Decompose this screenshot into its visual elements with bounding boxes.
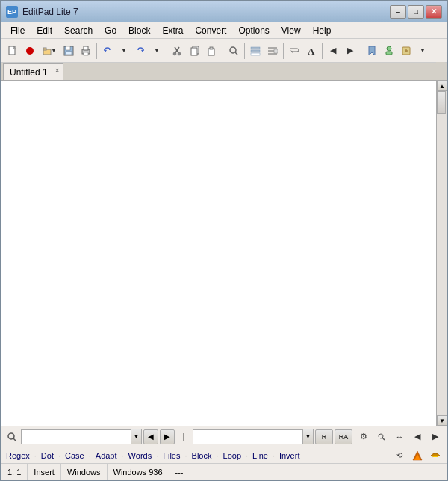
menu-help[interactable]: Help: [307, 24, 337, 37]
menu-go[interactable]: Go: [99, 24, 122, 37]
tab-close-button[interactable]: ×: [55, 66, 60, 75]
document-tab[interactable]: Untitled 1 ×: [3, 63, 63, 80]
svg-point-36: [8, 433, 14, 439]
regex-fox-icon[interactable]: [409, 447, 426, 464]
extra-button1[interactable]: [381, 43, 397, 59]
separator-7: [361, 43, 361, 59]
title-bar-buttons: – □ ✕: [390, 5, 442, 19]
prev-tab-button[interactable]: ◀: [325, 43, 341, 59]
search-prev-button[interactable]: ◀: [143, 429, 158, 444]
svg-point-14: [178, 52, 181, 55]
title-bar: EP EditPad Lite 7 – □ ✕: [1, 1, 447, 22]
svg-rect-5: [66, 52, 72, 55]
status-mode: Insert: [28, 464, 61, 480]
search-settings-button[interactable]: ⚙: [355, 429, 372, 445]
menu-search[interactable]: Search: [58, 24, 99, 37]
regex-files[interactable]: Files: [161, 450, 181, 461]
replace-input[interactable]: [193, 430, 302, 444]
regex-words[interactable]: Words: [127, 450, 154, 461]
extra-arrow-button[interactable]: ▼: [415, 43, 430, 59]
print-button[interactable]: [78, 43, 94, 59]
paste-button[interactable]: [204, 43, 220, 59]
search-combo-arrow[interactable]: ▼: [131, 429, 141, 444]
svg-rect-2: [43, 48, 46, 50]
new-button[interactable]: [4, 43, 21, 59]
search-icon2[interactable]: [373, 429, 390, 445]
stop-button[interactable]: [22, 43, 38, 59]
menu-convert[interactable]: Convert: [189, 24, 232, 37]
nav-next-icon[interactable]: ▶: [427, 429, 444, 445]
redo-arrow-button[interactable]: ▼: [149, 43, 164, 59]
status-position: 1: 1: [1, 464, 28, 480]
svg-line-39: [383, 438, 385, 440]
list-button[interactable]: [247, 43, 264, 59]
replace-all-button[interactable]: RA: [335, 429, 352, 444]
search-input[interactable]: [22, 430, 131, 444]
regex-dot[interactable]: Dot: [40, 450, 55, 461]
next-tab-button[interactable]: ▶: [342, 43, 358, 59]
menu-view[interactable]: View: [276, 24, 307, 37]
find-button[interactable]: [225, 43, 242, 59]
wrap-button[interactable]: [286, 43, 302, 59]
search-next-button[interactable]: ▶: [160, 429, 175, 444]
svg-rect-4: [66, 46, 70, 50]
scroll-thumb[interactable]: [437, 91, 446, 114]
replace-button[interactable]: R: [315, 429, 333, 444]
regex-adapt[interactable]: Adapt: [94, 450, 119, 461]
search-input-combo[interactable]: ▼: [21, 429, 142, 444]
font-button[interactable]: A: [303, 43, 320, 59]
regex-invert[interactable]: Invert: [278, 450, 302, 461]
nav-prev-icon[interactable]: ◀: [409, 429, 426, 445]
svg-rect-22: [251, 50, 260, 52]
svg-rect-18: [210, 47, 213, 49]
open-button[interactable]: ▼: [39, 43, 60, 59]
replace-icon[interactable]: ↔: [391, 429, 408, 445]
regex-regex[interactable]: Regex: [4, 450, 31, 461]
cut-button[interactable]: [169, 43, 186, 59]
regex-line[interactable]: Line: [251, 450, 270, 461]
svg-marker-29: [290, 50, 293, 53]
regex-icon3[interactable]: [427, 447, 444, 464]
list-alt-button[interactable]: [264, 43, 281, 59]
menu-edit[interactable]: Edit: [31, 24, 58, 37]
separator-6: [322, 43, 323, 59]
save-button[interactable]: [60, 43, 77, 59]
scroll-up-button[interactable]: ▲: [437, 81, 447, 91]
undo-arrow-button[interactable]: ▼: [116, 43, 131, 59]
replace-input-combo[interactable]: ▼: [193, 429, 314, 444]
separator-search: |: [176, 429, 191, 444]
replace-combo-arrow[interactable]: ▼: [302, 429, 313, 444]
svg-point-13: [173, 52, 176, 55]
undo-button[interactable]: [99, 43, 116, 59]
svg-text:A: A: [308, 46, 315, 56]
regex-case[interactable]: Case: [63, 450, 86, 461]
scroll-track: [437, 91, 447, 415]
editor-area[interactable]: [1, 81, 436, 426]
redo-button[interactable]: [132, 43, 149, 59]
menu-options[interactable]: Options: [232, 24, 275, 37]
editor-textarea[interactable]: [1, 81, 436, 426]
menu-extra[interactable]: Extra: [156, 24, 189, 37]
maximize-button[interactable]: □: [408, 5, 424, 19]
vertical-scrollbar[interactable]: ▲ ▼: [436, 81, 447, 426]
bookmark-button[interactable]: [364, 43, 380, 59]
menu-file[interactable]: File: [4, 24, 31, 37]
svg-rect-8: [84, 52, 88, 55]
regex-loop[interactable]: Loop: [222, 450, 243, 461]
menu-bar: File Edit Search Go Block Extra Convert …: [1, 22, 447, 39]
scroll-down-button[interactable]: ▼: [437, 415, 447, 426]
regex-icon1[interactable]: ⟲: [391, 447, 408, 464]
minimize-button[interactable]: –: [390, 5, 406, 19]
extra-button2[interactable]: [398, 43, 414, 59]
regex-block[interactable]: Block: [190, 450, 214, 461]
status-encoding: Windows 936: [108, 464, 169, 480]
toolbar: ▼ ▼ ▼: [1, 39, 447, 63]
close-button[interactable]: ✕: [426, 5, 442, 19]
app-icon: EP: [6, 6, 18, 18]
copy-button[interactable]: [187, 43, 203, 59]
svg-point-38: [379, 434, 383, 438]
editor-container: ▲ ▼: [1, 81, 447, 426]
search-icon-button[interactable]: [4, 429, 19, 444]
menu-block[interactable]: Block: [122, 24, 156, 37]
bottom-search-bar: ▼ ◀ ▶ | ▼ R RA ⚙ ↔ ◀ ▶: [1, 426, 447, 447]
